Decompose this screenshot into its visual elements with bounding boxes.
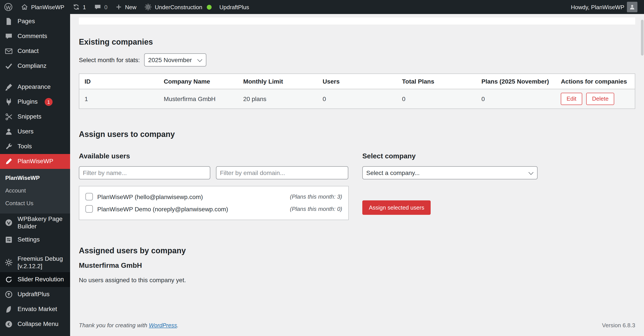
sidebar-item-settings[interactable]: Settings [0,232,70,247]
scrollbar-thumb[interactable] [641,20,644,56]
sidebar-item-slider-revolution[interactable]: Slider Revolution [0,272,70,287]
sidebar-item-planwisewp[interactable]: PlanWiseWP [0,154,70,169]
assign-selected-users-button[interactable]: Assign selected users [362,200,431,215]
underconstruction-menu[interactable]: UnderConstruction [140,0,216,14]
wordpress-link[interactable]: WordPress [149,322,177,328]
sidebar-item-users[interactable]: Users [0,124,70,139]
user-label: PlanWiseWP Demo (noreply@planwisewp.com) [97,205,228,212]
my-account-menu[interactable]: Howdy, PlanWiseWP [567,0,641,14]
cell-company-id: 1 [79,89,158,109]
sidebar-item-envato-market[interactable]: Envato Market [0,302,70,317]
cell-actions: Edit Delete [556,89,635,109]
wordpress-logo-icon [4,3,13,11]
footer-thanks: Thank you for creating with WordPress. [79,322,178,328]
assigned-users-title: Assigned users by company [79,246,635,255]
sidebar-item-pages[interactable]: Pages [0,14,70,29]
sidebar-item-tools[interactable]: Tools [0,139,70,154]
settings-icon [4,235,13,244]
gear-icon [144,3,152,11]
delete-company-button[interactable]: Delete [586,93,614,105]
scissors-icon [4,112,13,121]
comments-count: 0 [104,4,107,10]
sidebar-item-wpbakery[interactable]: WPBakery Page Builder [0,213,70,232]
user-checkbox-planwisewp[interactable] [86,193,93,200]
plus-icon [116,3,122,10]
sidebar: Pages Comments Contact Complianz Appeara… [0,14,70,336]
user-list-item: PlanWiseWP (hello@planwisewp.com) (Plans… [86,191,342,202]
user-checkbox-planwisewp-demo[interactable] [86,205,93,213]
filter-name-input[interactable] [79,166,210,179]
column-header-users: Users [318,74,397,89]
menu-separator [0,247,70,253]
wordpress-logo-menu[interactable] [0,0,17,14]
column-header-company-name: Company Name [158,74,238,89]
mail-icon [4,47,13,56]
company-select[interactable]: Select a company... [362,166,538,179]
howdy-label: Howdy, PlanWiseWP [571,4,624,10]
edit-company-button[interactable]: Edit [561,93,582,105]
sidebar-item-collapse-menu[interactable]: Collapse Menu [0,317,70,332]
month-select-wrap: 2025 November [144,53,206,66]
filter-email-input[interactable] [216,166,348,179]
select-company-title: Select company [362,152,546,160]
wpbakery-icon [4,218,13,227]
company-select-wrap: Select a company... [362,166,538,179]
updraft-icon [4,290,13,299]
sidebar-item-updraftplus[interactable]: UpdraftPlus [0,287,70,302]
column-header-monthly-limit: Monthly Limit [238,74,318,89]
wrench-icon [4,142,13,151]
user-icon [4,127,13,136]
column-header-total-plans: Total Plans [397,74,476,89]
sidebar-item-contact[interactable]: Contact [0,44,70,59]
plugin-icon [4,98,13,106]
available-users-title: Available users [79,152,349,160]
admin-bar-right: Howdy, PlanWiseWP [567,0,644,14]
underconstruction-status-dot [206,4,212,9]
sidebar-item-comments[interactable]: Comments [0,29,70,44]
checkmark-icon [4,62,13,70]
sidebar-item-freemius-debug[interactable]: Freemius Debug [v.2.12.2] [0,253,70,272]
main-content: Existing companies Select month for stat… [70,14,644,336]
comments-link[interactable]: 0 [90,0,111,14]
admin-bar: PlanWiseWP 1 0 New UnderConstruction [0,0,644,14]
month-stats-label: Select month for stats: [79,56,140,63]
user-label: PlanWiseWP (hello@planwisewp.com) [97,193,203,200]
month-select[interactable]: 2025 November [144,53,206,66]
sidebar-item-appearance[interactable]: Appearance [0,80,70,95]
user-list-item: PlanWiseWP Demo (noreply@planwisewp.com)… [86,203,342,215]
comments-bubble-icon [94,3,102,11]
cell-users: 0 [318,89,397,109]
site-name-link[interactable]: PlanWiseWP [17,0,68,14]
collapse-arrow-icon [4,320,13,328]
submenu-item-account[interactable]: Account [0,185,70,197]
pages-icon [4,17,13,26]
notice-strip [79,17,635,24]
plugins-update-badge: 1 [45,98,52,106]
assigned-company-name: Musterfirma GmbH [79,261,635,269]
avatar [627,2,638,12]
column-header-id: ID [79,74,158,89]
menu-separator [0,73,70,80]
assign-users-title: Assign users to company [79,130,635,139]
updates-link[interactable]: 1 [68,0,90,14]
submenu-item-planwisewp[interactable]: PlanWiseWP [0,172,70,185]
company-table-row: 1 Musterfirma GmbH 20 plans 0 0 0 Edit D… [79,89,635,109]
sidebar-item-complianz[interactable]: Complianz [0,59,70,73]
underconstruction-label: UnderConstruction [155,4,202,10]
assign-users-section: Available users PlanWiseWP (hello@planwi… [79,139,635,220]
column-header-plans-month: Plans (2025 November) [476,74,556,89]
footer: Thank you for creating with WordPress. V… [79,322,635,328]
updraftplus-menu[interactable]: UpdraftPlus [215,0,253,14]
gear-icon [4,258,13,267]
submenu-item-contact-us[interactable]: Contact Us [0,197,70,210]
site-name-label: PlanWiseWP [31,4,64,10]
comments-icon [4,32,13,41]
user-plans-note: (Plans this month: 0) [290,206,342,212]
sidebar-item-snippets[interactable]: Snippets [0,109,70,124]
cell-company-name: Musterfirma GmbH [158,89,238,109]
new-content-menu[interactable]: New [112,0,140,14]
updates-icon [72,3,80,11]
sidebar-item-plugins[interactable]: Plugins 1 [0,95,70,109]
available-users-list: PlanWiseWP (hello@planwisewp.com) (Plans… [79,186,349,220]
table-header-row: ID Company Name Monthly Limit Users Tota… [79,74,635,89]
